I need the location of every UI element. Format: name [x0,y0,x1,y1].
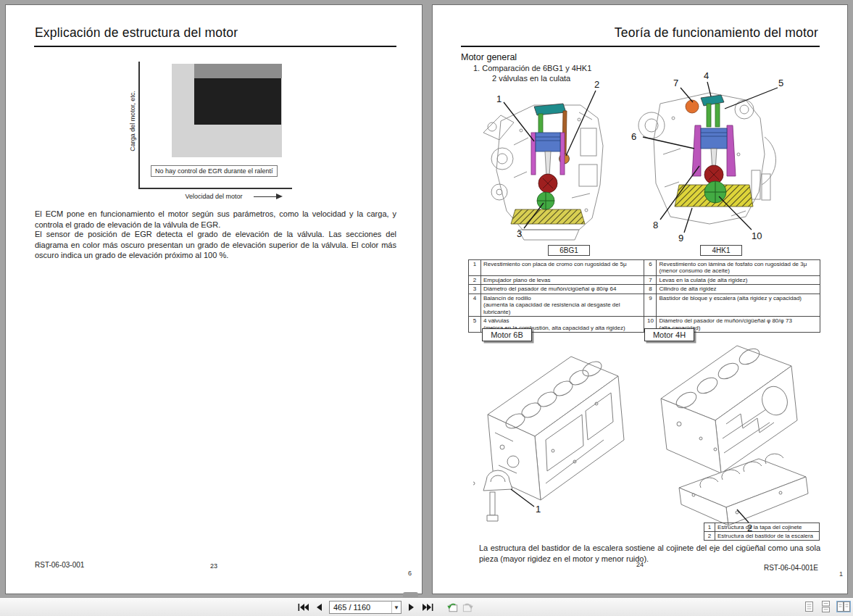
callout-block-1: 1 [536,504,541,515]
label-4hk1: 4HK1 [700,245,742,256]
chart-annotation: No hay control de EGR durante el ralentí [151,165,278,177]
first-page-icon [298,603,309,612]
row-text: Revestimiento con lámina de fosfato con … [657,260,820,276]
callout-10: 10 [752,230,762,241]
row-text: Revestimiento con placa de cromo con rug… [480,260,644,276]
table-row: 2 Estructura del bastidor de la escalera [704,532,820,541]
doc-code: RST-06-04-001E [764,564,818,572]
table-row: 2 Empujador plano de levas 7 Levas en la… [469,275,820,284]
previous-page-icon [315,603,323,612]
list-item-1: 1. Comparación de 6BG1 y 4HK1 [473,64,591,72]
row-num: 7 [644,275,657,284]
comparison-table: 1 Revestimiento con placa de cromo con r… [468,259,820,333]
y-axis-label: Carga del motor, etc. [129,63,138,179]
row-text: Cilindro de alta rigidez [657,285,820,294]
engine-4hk1-diagram: 7 4 5 6 8 9 10 [623,67,793,249]
title-rule [461,46,820,47]
row-text: Balancín de rodillo(aumenta la capacidad… [480,294,644,316]
row-num: 2 [469,275,481,284]
document-page-left: Explicación de estructura del motor Carg… [5,4,423,594]
pdf-viewer-window: { "toolbar": { "page_indicator": "465 / … [0,0,853,616]
row-num: 2 [704,532,715,541]
two-page-view-button[interactable] [836,601,851,612]
bedplate-part [511,209,585,224]
table-row: 1 Estructura de la tapa del cojinete [704,523,820,532]
egr-zone-dark [194,78,281,125]
row-text: Bastidor de bloque y escalera (alta rigi… [657,294,820,316]
sheet-number: 1 [839,570,843,578]
callout-9: 9 [678,233,683,244]
row-text: Empujador plano de levas [480,275,644,284]
pushrod-part [538,114,543,134]
row-num: 4 [469,294,481,316]
title-rule [34,46,396,47]
label-6bg1: 6BG1 [548,245,590,256]
callout-8: 8 [653,220,658,230]
page-number-input[interactable]: 465 / 1160 ▼ [329,601,401,614]
callout-1: 1 [496,93,502,104]
first-page-button[interactable] [297,602,309,613]
row-num: 1 [704,523,715,532]
camshaft-part [701,95,724,106]
last-page-button[interactable] [422,602,433,613]
callout-4: 4 [704,70,709,81]
engine-6bg1-diagram: 1 2 3 [470,76,630,243]
page-title: Explicación de estructura del motor [35,25,238,41]
page-title: Teoría de funcionamiento del motor [615,25,818,41]
row-num: 5 [469,317,481,333]
previous-view-button[interactable] [446,602,458,613]
paragraph-egr-sensor: El sensor de posición de EGR detecta el … [35,229,396,261]
next-view-icon [462,602,474,613]
row-num: 3 [469,285,481,294]
egr-zone-mid [194,64,282,78]
x-axis-label: Velocidad del motor [176,193,251,200]
row-text: Levas en la culata (de alta rigidez) [657,275,820,284]
single-page-view-button[interactable] [803,601,815,612]
previous-view-icon [446,602,458,613]
single-page-view-icon [804,601,814,612]
sheet-number: 6 [408,570,412,577]
callout-7: 7 [673,78,678,88]
page-indicator-value[interactable]: 465 / 1160 [330,603,391,612]
block-4h-diagram: 2 [650,330,828,536]
crank-gear-part [704,181,726,203]
crank-gear-part [537,192,554,209]
x-axis-arrow-icon [254,193,284,200]
callout-2: 2 [594,79,599,90]
next-page-icon [408,603,415,612]
connecting-rod-part [545,151,551,176]
viewer-toolbar: 465 / 1160 ▼ [0,597,853,616]
piston-part [701,128,727,149]
x-axis-line [138,188,292,189]
row-text: Diámetro del pasador de muñón/cigüeñal φ… [480,285,644,294]
section-heading: Motor general [461,52,517,62]
two-page-view-icon [837,602,850,612]
row-text: Estructura del bastidor de la escalera [715,532,820,541]
table-row: 3 Diámetro del pasador de muñón/cigüeñal… [469,285,820,294]
document-page-right: Teoría de funcionamiento del motor Motor… [432,4,848,594]
valves-part [707,104,720,127]
continuous-view-icon [821,601,831,612]
callout-6: 6 [631,131,636,142]
row-num: 8 [644,285,657,294]
page-number: 23 [6,562,422,570]
continuous-view-button[interactable] [820,601,831,612]
callout-5: 5 [778,78,783,88]
row-num: 9 [644,294,657,316]
next-page-button[interactable] [406,602,417,613]
structure-table: 1 Estructura de la tapa del cojinete 2 E… [704,523,820,541]
row-num: 6 [644,260,657,276]
chevron-down-icon[interactable]: ▼ [391,602,401,613]
previous-page-button[interactable] [313,602,325,613]
table-row: 1 Revestimiento con placa de cromo con r… [469,260,820,276]
row-text: Estructura de la tapa del cojinete [715,523,820,532]
callout-3: 3 [517,228,522,239]
y-axis-line [138,62,140,189]
piston-part [536,133,560,151]
paragraph-ecm: El ECM pone en funcionamiento el motor s… [35,209,396,230]
block-6b-diagram: 1 [473,338,654,541]
last-page-icon [423,603,433,612]
crank-journal-part [538,174,557,193]
row-num: 1 [469,260,481,276]
next-view-button[interactable] [462,602,474,613]
